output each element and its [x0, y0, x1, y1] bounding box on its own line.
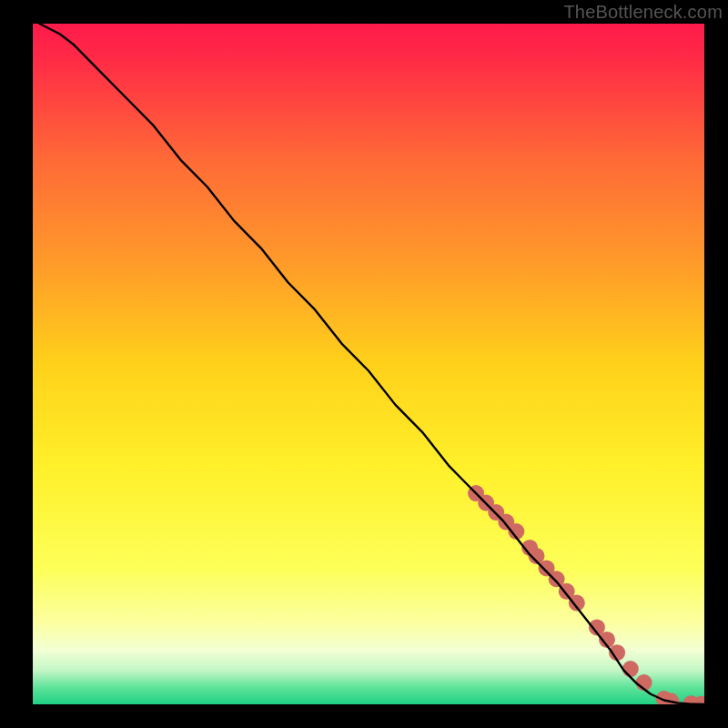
- chart-svg: [33, 24, 704, 704]
- scatter-point: [622, 661, 639, 677]
- plot-area: [33, 24, 704, 704]
- chart-frame: TheBottleneck.com: [0, 0, 728, 728]
- gradient-rect: [33, 24, 704, 704]
- watermark-text: TheBottleneck.com: [563, 2, 723, 23]
